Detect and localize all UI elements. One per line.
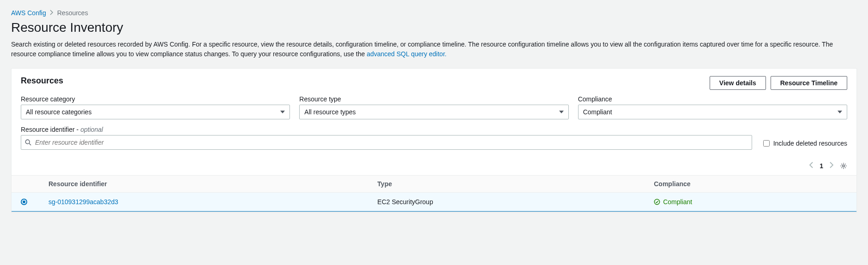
search-icon — [25, 139, 31, 146]
resource-identifier-search[interactable] — [21, 135, 752, 150]
radio-dot-icon — [23, 200, 25, 203]
resource-identifier-link[interactable]: sg-010931299acab32d3 — [48, 198, 118, 206]
breadcrumb-current: Resources — [57, 9, 88, 17]
row-radio[interactable] — [21, 199, 27, 205]
page-title: Resource Inventory — [11, 20, 857, 35]
svg-point-0 — [25, 140, 30, 144]
include-deleted-label[interactable]: Include deleted resources — [763, 140, 847, 150]
check-circle-icon — [654, 199, 660, 205]
include-deleted-checkbox[interactable] — [763, 140, 770, 147]
compliance-value: Compliant — [583, 108, 612, 116]
resource-identifier-label-text: Resource identifier - — [21, 126, 80, 133]
sql-editor-link[interactable]: advanced SQL query editor. — [367, 50, 446, 58]
col-select — [12, 176, 39, 193]
pager-page-number: 1 — [820, 162, 823, 170]
resource-category-select[interactable]: All resource categories — [21, 105, 290, 119]
resource-identifier-input[interactable] — [31, 139, 748, 146]
panel-title: Resources — [21, 76, 63, 86]
resource-category-value: All resource categories — [26, 108, 91, 116]
include-deleted-text: Include deleted resources — [773, 140, 847, 147]
optional-hint: optional — [80, 126, 103, 133]
resource-type-select[interactable]: All resource types — [299, 105, 568, 119]
compliance-select[interactable]: Compliant — [578, 105, 847, 119]
resources-table: Resource identifier Type Compliance sg-0… — [12, 175, 856, 212]
resources-panel: Resources View details Resource Timeline… — [11, 68, 857, 212]
gear-icon — [840, 162, 847, 170]
svg-line-1 — [29, 143, 31, 145]
resource-type-cell: EC2 SecurityGroup — [368, 193, 645, 212]
table-row[interactable]: sg-010931299acab32d3 EC2 SecurityGroup C… — [12, 193, 856, 212]
caret-down-icon — [559, 111, 564, 113]
compliance-label: Compliance — [578, 95, 847, 103]
pager-next[interactable] — [830, 161, 833, 171]
view-details-button[interactable]: View details — [710, 76, 766, 90]
chevron-right-icon — [50, 9, 54, 17]
settings-button[interactable] — [840, 162, 847, 170]
resource-type-value: All resource types — [304, 108, 356, 116]
resource-identifier-label: Resource identifier - optional — [21, 126, 752, 133]
col-compliance: Compliance — [645, 176, 856, 193]
compliance-status: Compliant — [654, 198, 847, 206]
resource-timeline-button[interactable]: Resource Timeline — [771, 76, 847, 90]
caret-down-icon — [280, 111, 285, 113]
resource-category-label: Resource category — [21, 95, 290, 103]
col-identifier: Resource identifier — [39, 176, 368, 193]
compliance-status-text: Compliant — [663, 198, 692, 206]
col-type: Type — [368, 176, 645, 193]
page-description: Search existing or deleted resources rec… — [11, 40, 857, 59]
breadcrumb-root-link[interactable]: AWS Config — [11, 9, 46, 17]
resource-type-label: Resource type — [299, 95, 568, 103]
pager-prev[interactable] — [809, 161, 813, 171]
breadcrumb: AWS Config Resources — [11, 9, 857, 17]
svg-point-2 — [843, 165, 844, 166]
caret-down-icon — [838, 111, 842, 113]
